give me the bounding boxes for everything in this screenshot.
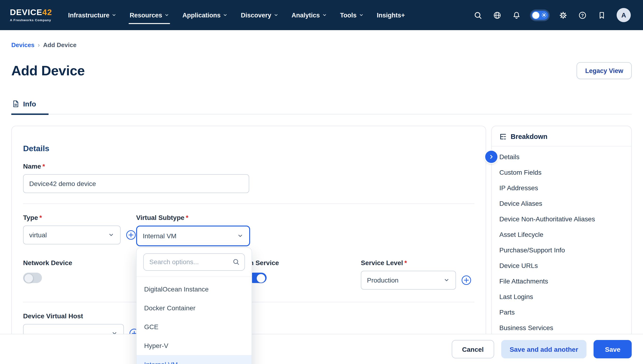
service-level-select[interactable]: Production [361, 271, 456, 290]
tab-info-label: Info [23, 100, 36, 108]
service-level-select-value: Production [367, 276, 398, 284]
chevron-down-icon [108, 232, 115, 238]
virtual-subtype-label: Virtual Subtype* [136, 214, 188, 221]
option-hyper-v[interactable]: Hyper-V [137, 336, 252, 355]
chevron-down-icon [443, 277, 450, 284]
breakdown-tree-icon [499, 133, 507, 140]
details-card: Details Name* Type* virtual [11, 126, 486, 356]
dropdown-search [143, 253, 245, 271]
chevron-down-icon [359, 13, 364, 18]
network-device-label: Network Device [23, 259, 72, 266]
tab-bar: Info [11, 100, 632, 114]
divider [23, 204, 474, 204]
name-input[interactable] [23, 174, 249, 193]
save-and-add-another-button[interactable]: Save and add another [501, 340, 587, 358]
option-internal-vm[interactable]: Internal VM [137, 355, 252, 364]
breadcrumb-current: Add Device [43, 42, 77, 48]
settings-gear-icon[interactable] [559, 10, 568, 20]
breakdown-item-custom-fields[interactable]: Custom Fields [492, 165, 631, 180]
bookmark-icon[interactable] [597, 10, 606, 20]
nav-item-infrastructure[interactable]: Infrastructure [62, 0, 123, 30]
save-button[interactable]: Save [594, 340, 632, 358]
breakdown-item-ip-addresses[interactable]: IP Addresses [492, 180, 631, 196]
breakdown-item-parts[interactable]: Parts [492, 305, 631, 320]
name-label: Name* [23, 162, 45, 170]
option-docker-container[interactable]: Docker Container [137, 298, 252, 318]
breadcrumb: Devices › Add Device [11, 42, 632, 48]
globe-icon[interactable] [493, 10, 502, 20]
device42-logo[interactable]: DEVICE42 A Freshworks Company [10, 9, 52, 22]
breakdown-title: Breakdown [511, 133, 547, 140]
breakdown-panel: Breakdown Details Custom Fields IP Addre… [491, 126, 632, 341]
type-field: Type* virtual [23, 213, 136, 246]
add-type-button[interactable] [126, 230, 136, 240]
page-body: Devices › Add Device Add Device Legacy V… [0, 42, 643, 356]
avatar-initial: A [621, 11, 626, 19]
required-marker: * [43, 162, 45, 170]
bell-icon[interactable] [512, 10, 521, 20]
footer-action-bar: Cancel Save and add another Save [0, 334, 643, 364]
breakdown-item-asset-lifecycle[interactable]: Asset Lifecycle [492, 227, 631, 242]
chevron-down-icon [112, 13, 116, 18]
legacy-view-button[interactable]: Legacy View [576, 62, 632, 79]
nav-item-resources[interactable]: Resources [123, 0, 176, 30]
type-row: Type* virtual Virtual Subtype [23, 213, 474, 246]
topbar-actions: ? A [473, 8, 631, 22]
nav-item-insights[interactable]: Insights+ [370, 0, 411, 30]
dropdown-search-input[interactable] [143, 253, 245, 271]
title-row: Add Device Legacy View [11, 53, 632, 88]
cancel-button[interactable]: Cancel [452, 340, 494, 358]
user-avatar[interactable]: A [617, 8, 631, 22]
breakdown-item-device-urls[interactable]: Device URLs [492, 258, 631, 274]
breadcrumb-devices-link[interactable]: Devices [11, 42, 34, 48]
document-icon [12, 100, 19, 108]
logo-tagline: A Freshworks Company [10, 18, 52, 22]
option-gce[interactable]: GCE [137, 318, 252, 336]
search-icon [232, 258, 240, 266]
help-icon[interactable]: ? [578, 10, 587, 20]
theme-toggle-knob [532, 12, 539, 18]
tab-info[interactable]: Info [11, 100, 48, 115]
in-service-field: In Service [248, 258, 361, 290]
add-service-level-button[interactable] [461, 275, 471, 285]
virtual-subtype-select[interactable]: Internal VM [136, 226, 250, 246]
breadcrumb-separator: › [38, 42, 40, 48]
breakdown-item-last-logins[interactable]: Last Logins [492, 289, 631, 305]
theme-toggle[interactable] [531, 10, 548, 20]
nav-item-analytics[interactable]: Analytics [285, 0, 334, 30]
type-select-value: virtual [29, 231, 47, 239]
svg-text:?: ? [581, 13, 584, 18]
type-select[interactable]: virtual [23, 226, 121, 244]
logo-wordmark: DEVICE42 [10, 9, 52, 17]
chevron-down-icon [274, 13, 278, 18]
nav-item-tools[interactable]: Tools [334, 0, 370, 30]
breakdown-item-business-services[interactable]: Business Services [492, 320, 631, 336]
nav-item-discovery[interactable]: Discovery [234, 0, 285, 30]
breakdown-header: Breakdown [492, 126, 631, 146]
chevron-down-icon [223, 13, 228, 18]
breakdown-list: Details Custom Fields IP Addresses Devic… [492, 146, 631, 340]
breakdown-item-purchase-support-info[interactable]: Purchase/Support Info [492, 242, 631, 258]
logo-brand-text: DEVICE [10, 8, 43, 17]
virtual-subtype-field: Virtual Subtype* Internal VM [136, 213, 250, 246]
section-title-details: Details [23, 144, 474, 154]
app-root: DEVICE42 A Freshworks Company Infrastruc… [0, 0, 643, 364]
content-area: Details Name* Type* virtual [11, 126, 632, 356]
collapse-panel-button[interactable] [485, 151, 497, 163]
page-title: Add Device [11, 62, 85, 79]
breakdown-item-file-attachments[interactable]: File Attachments [492, 274, 631, 289]
search-icon[interactable] [473, 10, 482, 20]
required-marker: * [39, 214, 42, 221]
virtual-subtype-dropdown: DigitalOcean Instance Docker Container G… [136, 247, 252, 364]
name-field: Name* [23, 162, 474, 193]
dropdown-options: DigitalOcean Instance Docker Container G… [137, 277, 252, 364]
breakdown-item-details[interactable]: Details [492, 149, 631, 165]
main-nav: Infrastructure Resources Applications Di… [62, 0, 411, 30]
network-device-toggle[interactable] [23, 273, 42, 283]
breakdown-item-device-aliases[interactable]: Device Aliases [492, 196, 631, 212]
option-digitalocean-instance[interactable]: DigitalOcean Instance [137, 280, 252, 298]
chevron-down-icon [165, 13, 169, 18]
nav-item-applications[interactable]: Applications [176, 0, 234, 30]
breakdown-item-device-non-authoritative-aliases[interactable]: Device Non-Authoritative Aliases [492, 212, 631, 227]
service-level-label: Service Level* [361, 259, 407, 266]
